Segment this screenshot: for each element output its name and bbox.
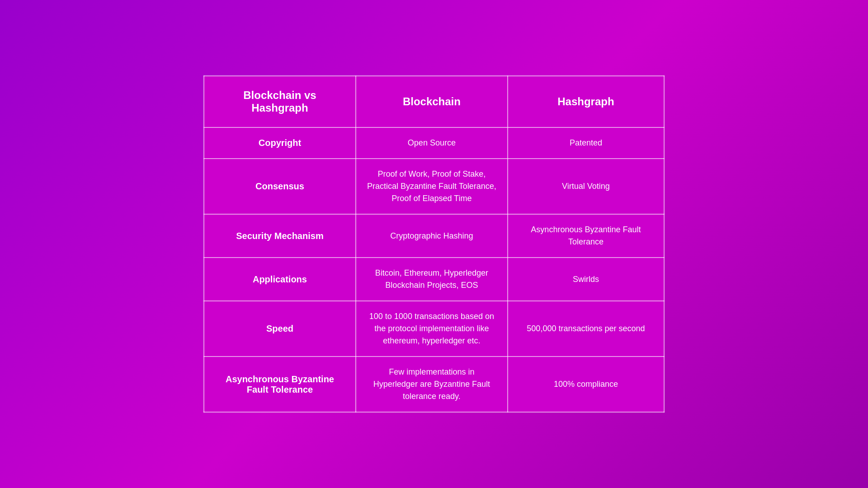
- table-row-security-mechanism: Security MechanismCryptographic HashingA…: [204, 214, 664, 258]
- comparison-table-container: Blockchain vs Hashgraph Blockchain Hashg…: [203, 75, 665, 413]
- header-col1: Blockchain vs Hashgraph: [204, 76, 356, 127]
- row-hashgraph-applications: Swirlds: [508, 258, 664, 301]
- row-label-abft: Asynchronous Byzantine Fault Tolerance: [204, 357, 356, 412]
- row-blockchain-speed: 100 to 1000 transactions based on the pr…: [356, 301, 508, 357]
- row-hashgraph-copyright: Patented: [508, 127, 664, 159]
- row-blockchain-copyright: Open Source: [356, 127, 508, 159]
- table-row-copyright: CopyrightOpen SourcePatented: [204, 127, 664, 159]
- header-col2: Blockchain: [356, 76, 508, 127]
- row-hashgraph-security-mechanism: Asynchronous Byzantine Fault Tolerance: [508, 214, 664, 258]
- table-row-applications: ApplicationsBitcoin, Ethereum, Hyperledg…: [204, 258, 664, 301]
- row-blockchain-consensus: Proof of Work, Proof of Stake, Practical…: [356, 159, 508, 214]
- row-blockchain-applications: Bitcoin, Ethereum, Hyperledger Blockchai…: [356, 258, 508, 301]
- row-hashgraph-speed: 500,000 transactions per second: [508, 301, 664, 357]
- row-label-copyright: Copyright: [204, 127, 356, 159]
- row-hashgraph-abft: 100% compliance: [508, 357, 664, 412]
- row-blockchain-abft: Few implementations in Hyperledger are B…: [356, 357, 508, 412]
- row-label-speed: Speed: [204, 301, 356, 357]
- table-header-row: Blockchain vs Hashgraph Blockchain Hashg…: [204, 76, 664, 127]
- table-row-consensus: ConsensusProof of Work, Proof of Stake, …: [204, 159, 664, 214]
- comparison-table: Blockchain vs Hashgraph Blockchain Hashg…: [203, 75, 665, 413]
- row-label-security-mechanism: Security Mechanism: [204, 214, 356, 258]
- row-blockchain-security-mechanism: Cryptographic Hashing: [356, 214, 508, 258]
- header-col3: Hashgraph: [508, 76, 664, 127]
- table-row-speed: Speed100 to 1000 transactions based on t…: [204, 301, 664, 357]
- table-row-abft: Asynchronous Byzantine Fault ToleranceFe…: [204, 357, 664, 412]
- row-label-applications: Applications: [204, 258, 356, 301]
- row-hashgraph-consensus: Virtual Voting: [508, 159, 664, 214]
- row-label-consensus: Consensus: [204, 159, 356, 214]
